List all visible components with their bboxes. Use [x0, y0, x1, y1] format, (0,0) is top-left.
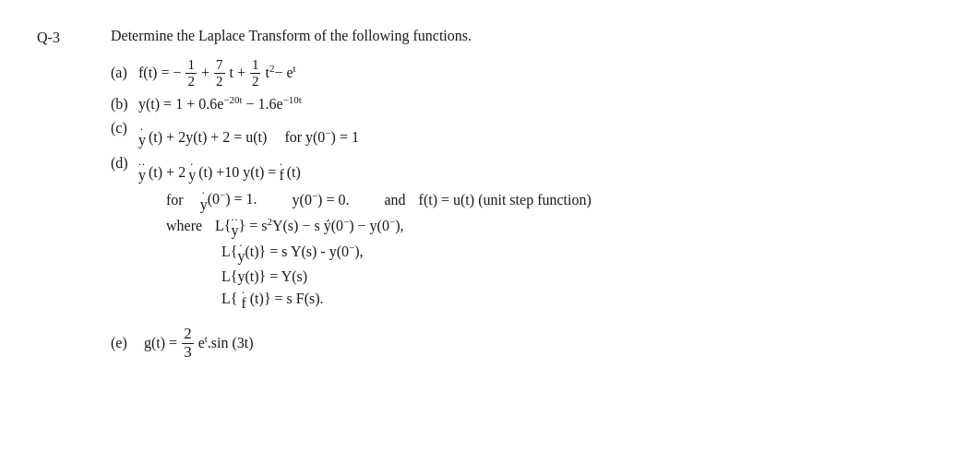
part-d-conditions: for · y (0−) = 1. y(0−) = 0. and f(t) = … — [166, 190, 943, 211]
part-b-math: y(t) = 1 + 0.6e−20t − 1.6e−10t — [138, 96, 302, 113]
ydot-c: · y — [138, 126, 146, 148]
question-title: Determine the Laplace Transform of the f… — [111, 28, 943, 44]
laplace-ydot: L{·y(t)} = s Y(s) - y(0−), — [221, 243, 943, 264]
yddot-d: ·· y — [138, 161, 146, 183]
conditions-row: for · y (0−) = 1. y(0−) = 0. and f(t) = … — [166, 190, 943, 211]
fraction-1-2: 1 2 — [185, 57, 197, 89]
fraction-2-3: 2 3 — [182, 326, 194, 361]
fraction-7-2: 7 2 — [214, 57, 225, 89]
part-d-math: ·· y (t) + 2 · y (t) +10 y(t) = · f (t) — [138, 161, 301, 183]
and-text: and — [384, 192, 405, 208]
q-label: Q-3 — [37, 28, 83, 46]
part-c-math: · y (t) + 2y(t) + 2 = u(t) for y(0−) = 1 — [138, 126, 359, 148]
page-container: Q-3 Determine the Laplace Transform of t… — [37, 28, 943, 362]
part-e-label: (e) — [111, 335, 137, 351]
ydot-cond: · y — [200, 190, 208, 211]
part-e: (e) g(t) = 2 3 et.sin (3t) — [111, 326, 943, 361]
fdot-d: · f — [279, 161, 283, 183]
part-b: (b) y(t) = 1 + 0.6e−20t − 1.6e−10t — [111, 96, 943, 113]
laplace-y: L{y(t)} = Y(s) — [221, 268, 943, 285]
part-c-label: (c) — [111, 120, 133, 137]
part-a-label: (a) — [111, 65, 133, 81]
question-row: Q-3 Determine the Laplace Transform of t… — [37, 28, 943, 362]
where-block: where L{··y} = s2Y(s) − s ý(0−) − y(0−), — [166, 217, 943, 238]
question-body: Determine the Laplace Transform of the f… — [111, 28, 943, 362]
part-c: (c) · y (t) + 2y(t) + 2 = u(t) for y(0−)… — [111, 120, 943, 148]
part-d: (d) ·· y (t) + 2 · y (t) +10 y(t) = · f — [111, 155, 943, 183]
where-label: where — [166, 218, 202, 234]
part-d-label: (d) — [111, 155, 133, 172]
laplace-f: L{ ·f (t)} = s F(s). — [221, 290, 943, 311]
part-b-label: (b) — [111, 96, 133, 113]
part-e-math: g(t) = 2 3 et.sin (3t) — [144, 326, 254, 361]
part-a: (a) f(t) = − 1 2 + 7 2 t + 1 2 — [111, 57, 943, 89]
ydot-d: · y — [188, 161, 196, 183]
fraction-1-2b: 1 2 — [250, 57, 261, 89]
for-label: for — [166, 192, 184, 208]
part-a-math: f(t) = − 1 2 + 7 2 t + 1 2 t2− e — [138, 57, 296, 89]
fa-text: f(t) = − — [138, 65, 181, 81]
where-row: where L{··y} = s2Y(s) − s ý(0−) − y(0−), — [166, 217, 943, 238]
